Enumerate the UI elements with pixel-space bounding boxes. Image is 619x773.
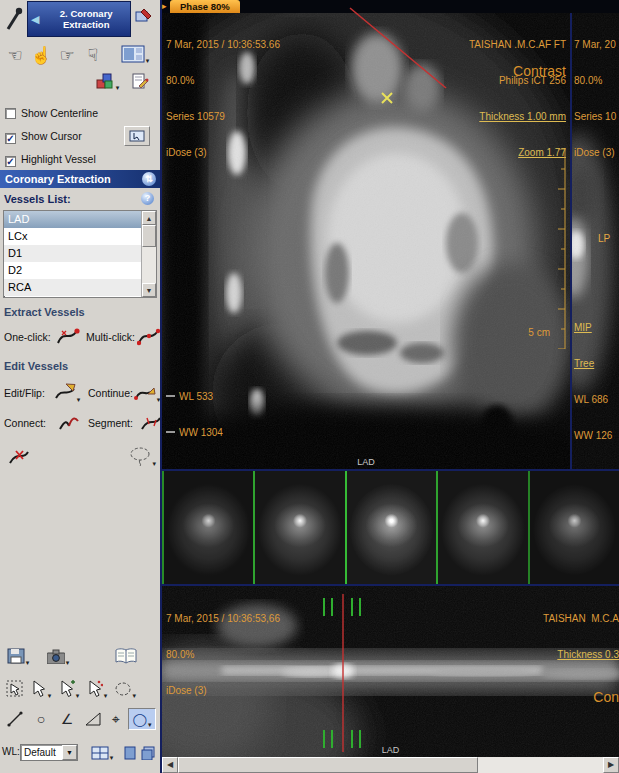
panel-options-button[interactable] bbox=[134, 6, 154, 26]
save-button[interactable]: ▾ bbox=[4, 645, 32, 667]
screen-layout-button[interactable]: ▾ bbox=[118, 43, 152, 65]
volume-3d-button[interactable]: ▾ bbox=[94, 70, 120, 92]
report-book-button[interactable] bbox=[112, 645, 140, 667]
triangle-ruler-tool[interactable] bbox=[82, 708, 104, 730]
secondary-viewport[interactable]: 7 Mar, 20 80.0% Series 10 iDose (3) LP M… bbox=[572, 13, 619, 469]
active-circle-tool[interactable]: ◯ ▾ bbox=[128, 708, 156, 730]
film-stack-button[interactable] bbox=[140, 744, 156, 762]
highlight-vessel-checkbox[interactable]: ✓Highlight Vessel bbox=[5, 153, 96, 167]
mip-link[interactable]: MIP bbox=[574, 322, 592, 333]
vessel-item-d1[interactable]: D1 bbox=[4, 245, 141, 262]
point-hand-icon[interactable]: ☞ bbox=[56, 44, 78, 66]
pan-hand-icon[interactable]: ☜ bbox=[4, 44, 26, 66]
checkbox-box[interactable]: ✓ bbox=[5, 133, 16, 144]
cross-section-1[interactable] bbox=[162, 471, 253, 584]
scale-ruler bbox=[555, 149, 569, 349]
window-width: WW 126 bbox=[574, 430, 612, 442]
cursor-screen-icon bbox=[129, 130, 145, 142]
collapse-section-icon[interactable]: ⇅ bbox=[142, 172, 156, 186]
cross-section-5[interactable] bbox=[528, 471, 619, 584]
viewport-separator bbox=[570, 13, 572, 469]
curved-mpr-viewport[interactable]: 7 Mar, 2015 / 10:36:53,66 80.0% iDose (3… bbox=[162, 584, 619, 757]
floppy-disk-icon bbox=[7, 648, 25, 664]
contrast-label: Contrast bbox=[282, 65, 566, 77]
tree-link[interactable]: Tree bbox=[574, 358, 594, 369]
pointer-multi-tool[interactable]: ▾ bbox=[86, 678, 108, 700]
one-click-vessel-icon bbox=[56, 326, 80, 346]
show-centerline-checkbox[interactable]: Show Centerline bbox=[5, 107, 98, 119]
freehand-select-tool[interactable]: ▾ bbox=[114, 678, 136, 700]
report-edit-button[interactable] bbox=[128, 70, 152, 92]
scroll-left-button[interactable]: ◀ bbox=[162, 757, 178, 773]
show-cursor-checkbox[interactable]: ✓Show Cursor bbox=[5, 130, 82, 144]
cursor-screen-button[interactable] bbox=[124, 126, 150, 146]
vessel-item-rca[interactable]: RCA bbox=[4, 279, 141, 296]
main-overlay-bottom-left: WL 533 WW 1304 bbox=[166, 367, 223, 463]
main-ct-viewport[interactable]: 7 Mar, 2015 / 10:36:53.66 80.0% Series 1… bbox=[162, 13, 619, 469]
previous-step-arrow-icon[interactable]: ◀ bbox=[28, 13, 42, 26]
film-page-button[interactable] bbox=[122, 744, 138, 762]
cross-section-2[interactable] bbox=[253, 471, 344, 584]
phase-percent: 80.0% bbox=[574, 75, 619, 87]
crosshair-tool[interactable]: ⌖ bbox=[106, 708, 126, 730]
scroll-up-button[interactable]: ▲ bbox=[142, 211, 156, 225]
select-box-icon bbox=[6, 680, 24, 698]
triangle-ruler-icon bbox=[85, 712, 101, 726]
cursor-cross-marker[interactable] bbox=[380, 91, 394, 105]
one-click-extract-button[interactable] bbox=[55, 324, 81, 348]
pointer-add-tool[interactable]: ▾ bbox=[58, 678, 80, 700]
thickness-link[interactable]: Thickness 0.3 bbox=[557, 649, 619, 660]
line-measure-tool[interactable] bbox=[4, 708, 26, 730]
active-circle-icon: ◯ bbox=[132, 713, 147, 726]
lasso-icon bbox=[128, 446, 151, 466]
checkbox-box[interactable] bbox=[5, 108, 16, 119]
cross-section-3[interactable] bbox=[345, 471, 436, 584]
patient-name: TAISHAN .M.C.AF FT bbox=[282, 39, 566, 51]
wl-dropdown-arrow-icon[interactable]: ▼ bbox=[62, 745, 77, 760]
grid-caret-icon: ▾ bbox=[110, 754, 114, 762]
thickness-link[interactable]: Thickness 1.00 mm bbox=[479, 111, 566, 122]
segment-icon bbox=[140, 412, 162, 432]
phase-tab[interactable]: Phase 80% bbox=[170, 0, 240, 13]
lasso-tool-button[interactable]: ▾ bbox=[128, 444, 156, 468]
wl-preset-dropdown[interactable]: Default ▼ bbox=[20, 744, 78, 761]
layout-caret-icon: ▾ bbox=[146, 57, 150, 65]
grab-tool-icon bbox=[4, 5, 24, 33]
pointer-tool[interactable]: ▾ bbox=[30, 678, 52, 700]
hscroll-thumb[interactable] bbox=[178, 757, 478, 773]
vessels-scrollbar[interactable]: ▲ ▼ bbox=[141, 211, 156, 297]
scroll-right-button[interactable]: ▶ bbox=[603, 757, 619, 773]
circle-measure-tool[interactable]: ○ bbox=[30, 708, 52, 730]
vessel-item-lcx[interactable]: LCx bbox=[4, 228, 141, 245]
grab-hand-icon[interactable]: ☝ bbox=[30, 44, 52, 66]
delete-vessel-button[interactable] bbox=[6, 444, 32, 468]
select-box-tool[interactable] bbox=[4, 678, 26, 700]
viewport-grid-button[interactable]: ▾ bbox=[88, 744, 116, 762]
cross-section-4[interactable] bbox=[436, 471, 527, 584]
scrollbar-thumb[interactable] bbox=[142, 225, 156, 247]
secondary-overlay-bottom: MIP Tree WL 686 WW 126 bbox=[574, 298, 612, 466]
phase-percent: 80.0% bbox=[166, 649, 280, 661]
edit-flip-button[interactable]: ▾ bbox=[52, 380, 82, 404]
mpr-overlay-top-left: 7 Mar, 2015 / 10:36:53,66 80.0% iDose (3… bbox=[166, 589, 280, 721]
multi-click-extract-button[interactable] bbox=[136, 324, 162, 348]
vessel-item-lad[interactable]: LAD bbox=[4, 211, 141, 228]
scroll-down-button[interactable]: ▼ bbox=[142, 283, 156, 297]
angle-measure-tool[interactable]: ∠ bbox=[56, 708, 78, 730]
horizontal-scrollbar[interactable]: ◀ ▶ bbox=[162, 757, 619, 773]
connect-button[interactable] bbox=[56, 410, 82, 434]
workflow-step-selector[interactable]: ◀ 2. Coronary Extraction bbox=[27, 1, 131, 37]
grab-tool-button[interactable] bbox=[2, 3, 26, 35]
orientation-marker: LP bbox=[598, 233, 610, 245]
wl-label: WL: bbox=[2, 746, 20, 757]
pointer-add-icon bbox=[59, 680, 75, 698]
checkbox-box[interactable]: ✓ bbox=[5, 156, 16, 167]
poke-hand-icon[interactable]: ☟ bbox=[82, 44, 104, 66]
continue-button[interactable]: ▾ bbox=[132, 380, 162, 404]
screen-layout-icon bbox=[121, 45, 145, 63]
snapshot-button[interactable]: ▾ bbox=[44, 645, 72, 667]
vessels-help-icon[interactable]: ? bbox=[141, 192, 154, 205]
report-book-icon bbox=[115, 648, 137, 664]
main-overlay-top-right: TAISHAN .M.C.AF FT Philips iCT 256 Thick… bbox=[282, 15, 566, 183]
vessel-item-d2[interactable]: D2 bbox=[4, 262, 141, 279]
